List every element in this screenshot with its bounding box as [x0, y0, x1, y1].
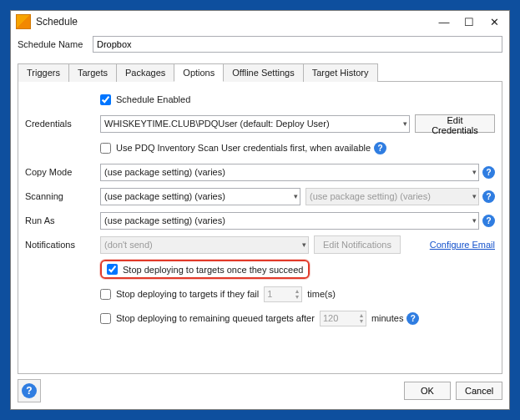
- help-icon[interactable]: ?: [374, 142, 386, 154]
- notifications-select: (don't send) ▾: [100, 236, 309, 254]
- help-icon: ?: [22, 383, 37, 398]
- tab-triggers[interactable]: Triggers: [18, 63, 69, 82]
- stop-remaining-minutes: 120 ▴▾: [320, 311, 366, 326]
- titlebar: Schedule — ☐ ✕: [11, 11, 509, 33]
- app-icon: [16, 14, 31, 29]
- schedule-name-label: Schedule Name: [18, 39, 93, 49]
- scanning-secondary-select: (use package setting) (varies) ▾: [305, 188, 479, 205]
- tab-target-history[interactable]: Target History: [303, 63, 378, 82]
- stop-remaining-checkbox[interactable]: Stop deploying to remaining queued targe…: [100, 313, 315, 324]
- maximize-button[interactable]: ☐: [457, 14, 481, 29]
- configure-email-link[interactable]: Configure Email: [430, 240, 495, 250]
- stop-on-fail-suffix: time(s): [307, 289, 336, 299]
- scanning-select[interactable]: (use package setting) (varies) ▾: [100, 188, 300, 205]
- scanning-label: Scanning: [25, 191, 100, 201]
- credentials-select[interactable]: WHISKEYTIME.CLUB\PDQUser (default: Deplo…: [100, 115, 410, 133]
- copy-mode-select[interactable]: (use package setting) (varies) ▾: [100, 164, 479, 181]
- schedule-name-input[interactable]: [93, 36, 502, 53]
- scanning-secondary-placeholder: (use package setting) (varies): [310, 191, 431, 201]
- options-panel: Schedule Enabled Credentials WHISKEYTIME…: [18, 81, 502, 374]
- chevron-down-icon: ▾: [302, 240, 306, 249]
- minimize-button[interactable]: —: [432, 14, 456, 29]
- scanning-value: (use package setting) (varies): [104, 191, 225, 201]
- stop-on-fail-prefix: Stop deploying to targets if they fail: [116, 289, 259, 299]
- stop-remaining-suffix: minutes: [371, 313, 404, 323]
- run-as-value: (use package setting) (varies): [104, 215, 225, 225]
- chevron-down-icon: ▾: [472, 216, 477, 225]
- stop-on-succeed-label: Stop deploying to targets once they succ…: [123, 265, 303, 275]
- notifications-value: (don't send): [104, 240, 153, 250]
- chevron-down-icon: ▾: [294, 192, 298, 200]
- help-icon[interactable]: ?: [406, 312, 419, 325]
- schedule-enabled-label: Schedule Enabled: [116, 94, 190, 104]
- run-as-select[interactable]: (use package setting) (varies) ▾: [100, 212, 479, 230]
- help-icon[interactable]: ?: [482, 215, 495, 227]
- help-icon[interactable]: ?: [482, 166, 495, 179]
- edit-notifications-button: Edit Notifications: [314, 235, 401, 254]
- help-icon[interactable]: ?: [482, 190, 495, 203]
- tab-options[interactable]: Options: [174, 63, 224, 82]
- stop-on-fail-count: 1 ▴▾: [264, 286, 302, 302]
- chevron-down-icon: ▾: [472, 168, 477, 176]
- stop-on-fail-checkbox[interactable]: Stop deploying to targets if they fail: [100, 289, 259, 300]
- use-inventory-credentials-label: Use PDQ Inventory Scan User credentials …: [116, 143, 371, 153]
- run-as-label: Run As: [25, 215, 100, 225]
- schedule-window: Schedule — ☐ ✕ Schedule Name Triggers Ta…: [10, 10, 510, 410]
- use-inventory-credentials-checkbox[interactable]: Use PDQ Inventory Scan User credentials …: [100, 143, 371, 154]
- copy-mode-label: Copy Mode: [25, 167, 100, 177]
- chevron-down-icon: ▾: [403, 119, 407, 128]
- help-button[interactable]: ?: [18, 379, 41, 402]
- schedule-enabled-checkbox[interactable]: Schedule Enabled: [100, 94, 190, 105]
- cancel-button[interactable]: Cancel: [456, 382, 502, 400]
- credentials-value: WHISKEYTIME.CLUB\PDQUser (default: Deplo…: [104, 119, 330, 129]
- stop-remaining-prefix: Stop deploying to remaining queued targe…: [116, 313, 315, 323]
- tab-packages[interactable]: Packages: [116, 63, 174, 82]
- window-title: Schedule: [36, 16, 431, 28]
- edit-credentials-button[interactable]: Edit Credentials: [415, 114, 495, 133]
- copy-mode-value: (use package setting) (varies): [104, 167, 225, 177]
- tabstrip: Triggers Targets Packages Options Offlin…: [18, 63, 502, 81]
- notifications-label: Notifications: [25, 240, 100, 250]
- stop-on-succeed-checkbox[interactable]: Stop deploying to targets once they succ…: [107, 264, 303, 275]
- tab-targets[interactable]: Targets: [68, 63, 117, 82]
- ok-button[interactable]: OK: [404, 382, 451, 400]
- chevron-down-icon: ▾: [472, 192, 477, 200]
- credentials-label: Credentials: [25, 119, 100, 129]
- close-button[interactable]: ✕: [482, 14, 506, 29]
- tab-offline-settings[interactable]: Offline Settings: [223, 63, 303, 82]
